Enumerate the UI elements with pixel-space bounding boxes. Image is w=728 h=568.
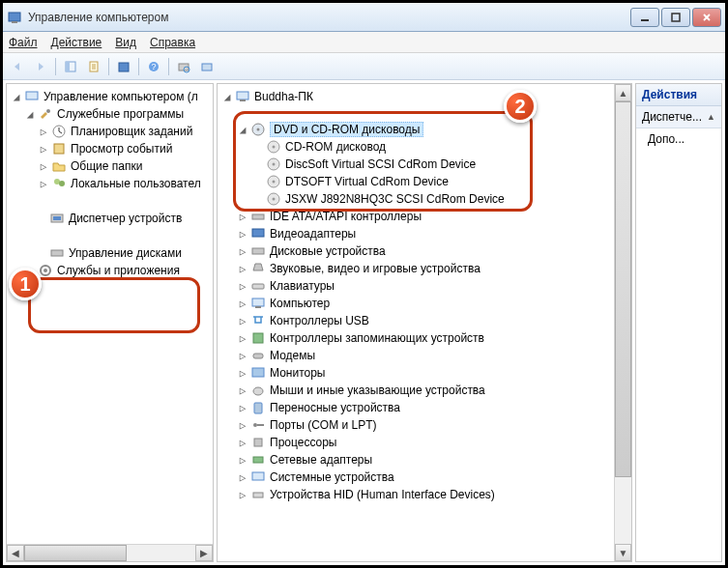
device-category[interactable]: ▷Дисковые устройства (218, 242, 612, 260)
svg-point-45 (253, 387, 263, 395)
expand-icon[interactable]: ▷ (237, 350, 248, 362)
expand-icon[interactable]: ▷ (38, 126, 49, 138)
device-category[interactable]: ▷Звуковые, видео и игровые устройства (218, 260, 612, 277)
menu-bar: Файл Действие Вид Справка (3, 32, 725, 53)
svg-rect-20 (53, 216, 61, 220)
device-item[interactable]: CD-ROM дисковод (218, 138, 612, 156)
svg-rect-0 (9, 13, 20, 21)
devmgr-icon (49, 211, 65, 226)
collapse-icon[interactable]: ◢ (11, 91, 22, 103)
cdrom-icon (266, 156, 281, 172)
left-events[interactable]: ▷ Просмотр событий (7, 140, 213, 157)
collapse-icon[interactable]: ◢ (237, 124, 248, 136)
properties-button[interactable] (83, 56, 104, 77)
device-category[interactable]: ▷Мониторы (218, 364, 612, 382)
device-category[interactable]: ▷Контроллеры запоминающих устройств (218, 329, 612, 347)
left-root[interactable]: ◢ Управление компьютером (л (7, 88, 213, 105)
expand-icon[interactable]: ▷ (237, 367, 248, 380)
svg-rect-51 (252, 472, 264, 480)
device-item[interactable]: DiscSoft Virtual SCSI CdRom Device (218, 156, 612, 173)
expand-icon[interactable]: ▷ (237, 384, 248, 397)
device-category[interactable]: ▷Устройства HID (Human Interface Devices… (218, 486, 612, 503)
mid-root[interactable]: ◢ Buddha-ПК (218, 88, 612, 105)
device-category[interactable]: ▷Клавиатуры (218, 277, 612, 295)
back-button (7, 56, 28, 77)
menu-file[interactable]: Файл (9, 36, 38, 49)
menu-view[interactable]: Вид (115, 36, 136, 49)
device-category[interactable]: ▷Мыши и иные указывающие устройства (218, 382, 612, 399)
left-users[interactable]: ▷ Локальные пользовател (7, 175, 213, 192)
device-category[interactable]: ▷Контроллеры USB (218, 312, 612, 329)
svg-point-23 (44, 269, 47, 272)
actions-header: Действия (636, 84, 721, 106)
category-icon (250, 435, 266, 450)
left-shared[interactable]: ▷ Общие папки (7, 157, 213, 175)
expand-icon[interactable]: ▷ (237, 437, 248, 449)
expand-icon[interactable]: ▷ (38, 160, 49, 173)
device-item[interactable]: DTSOFT Virtual CdRom Device (218, 173, 612, 190)
left-scheduler[interactable]: ▷ Планировщик заданий (7, 123, 213, 140)
annotation-badge-2: 2 (504, 90, 537, 123)
refresh-button[interactable] (113, 56, 134, 77)
expand-icon[interactable]: ▷ (237, 263, 248, 275)
category-icon (250, 243, 266, 259)
collapse-icon[interactable]: ▲ (707, 112, 715, 122)
collapse-icon[interactable]: ◢ (221, 91, 233, 103)
close-button[interactable] (692, 8, 721, 27)
extra-button[interactable] (196, 56, 218, 77)
expand-icon[interactable]: ▷ (237, 245, 248, 258)
svg-point-27 (257, 128, 260, 131)
svg-rect-38 (252, 248, 264, 254)
svg-rect-36 (252, 214, 264, 219)
expand-icon[interactable]: ▷ (237, 489, 248, 501)
device-category[interactable]: ▷IDE ATA/ATAPI контроллеры (218, 208, 612, 225)
device-category[interactable]: ▷Видеоадаптеры (218, 225, 612, 242)
expand-icon[interactable]: ▷ (38, 143, 49, 156)
expand-icon[interactable]: ▷ (237, 419, 248, 432)
actions-more[interactable]: Допо... (636, 128, 721, 150)
device-category[interactable]: ▷Модемы (218, 347, 612, 364)
device-category[interactable]: ▷Процессоры (218, 434, 612, 451)
device-category[interactable]: ▷Компьютер (218, 295, 612, 312)
svg-rect-50 (253, 457, 263, 463)
left-hscroll[interactable]: ◀ ▶ (7, 544, 213, 561)
collapse-icon[interactable]: ◢ (24, 108, 36, 121)
mid-dvd-group[interactable]: ◢ DVD и CD-ROM дисководы (218, 121, 612, 138)
device-category[interactable]: ▷Сетевые адаптеры (218, 451, 612, 469)
menu-help[interactable]: Справка (150, 36, 195, 49)
expand-icon[interactable]: ▷ (237, 332, 248, 345)
scroll-left-button[interactable]: ◀ (7, 545, 24, 561)
category-icon (250, 383, 266, 398)
svg-rect-12 (202, 64, 212, 71)
svg-rect-37 (252, 229, 264, 237)
left-utilities[interactable]: ◢ Служебные программы (7, 105, 213, 123)
expand-icon[interactable]: ▷ (237, 228, 248, 241)
left-disks[interactable]: Управление дисками (7, 244, 213, 262)
show-hide-button[interactable] (60, 56, 81, 77)
expand-icon[interactable]: ▷ (237, 315, 248, 327)
device-category[interactable]: ▷Порты (COM и LPT) (218, 416, 612, 434)
expand-icon[interactable]: ▷ (237, 402, 248, 414)
expand-icon[interactable]: ▷ (237, 280, 248, 293)
expand-icon[interactable]: ▷ (38, 178, 49, 190)
mid-vscroll[interactable]: ▲ ▼ (614, 84, 631, 561)
menu-action[interactable]: Действие (51, 36, 102, 49)
expand-icon[interactable]: ▷ (237, 471, 248, 484)
device-item[interactable]: JSXW J892N8HQ3C SCSI CdRom Device (218, 190, 612, 208)
left-device-manager[interactable]: Диспетчер устройств (7, 210, 213, 227)
expand-icon[interactable]: ▷ (237, 211, 248, 223)
maximize-button[interactable] (661, 8, 690, 27)
scroll-right-button[interactable]: ▶ (195, 545, 213, 561)
device-category[interactable]: ▷Переносные устройства (218, 399, 612, 416)
expand-icon[interactable]: ▷ (237, 454, 248, 467)
device-category[interactable]: ▷Системные устройства (218, 469, 612, 486)
expand-icon[interactable]: ▷ (237, 298, 248, 310)
actions-section[interactable]: Диспетче... ▲ (636, 106, 721, 128)
help-button[interactable]: ? (143, 56, 164, 77)
scroll-up-button[interactable]: ▲ (615, 84, 631, 101)
minimize-button[interactable] (630, 8, 659, 27)
category-icon (250, 348, 266, 363)
category-icon (250, 278, 266, 294)
scan-button[interactable] (173, 56, 194, 77)
scroll-down-button[interactable]: ▼ (615, 544, 631, 561)
